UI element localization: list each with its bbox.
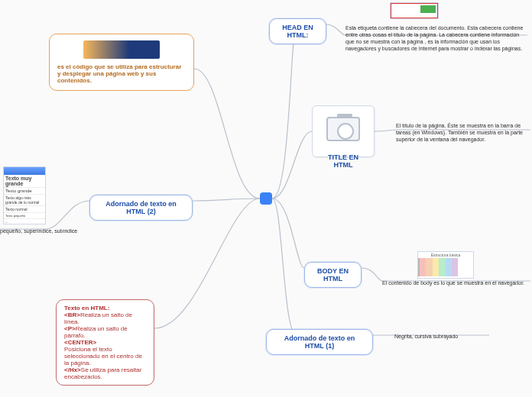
definition-text: es el código que se utiliza para estruct… (57, 63, 186, 84)
code-thumbnail (83, 40, 160, 59)
detail-adorn1: Negrita, cursiva subrayado (394, 333, 492, 340)
tag-hx-key: </Hx> (64, 366, 81, 373)
thumb-browser-text-sizes: Texto muy grande Texto grande Texto algo… (3, 166, 46, 224)
node-title[interactable]: TITLE EN HTML (312, 105, 375, 157)
definition-box[interactable]: es el código que se utiliza para estruct… (49, 34, 194, 91)
thumb-head-preview (390, 2, 439, 19)
detail-head: Esta etiqueta contiene la cabecera del d… (345, 24, 529, 52)
tag-center-text: Posiciona el texto seleccionado en el ce… (64, 346, 142, 366)
node-body[interactable]: BODY EN HTML (304, 262, 362, 288)
node-adornado-1[interactable]: Adornado de texto en HTML (1) (266, 329, 373, 355)
node-title-label: TITLE EN HTML (320, 153, 366, 169)
camera-icon (326, 117, 360, 141)
tag-center-key: <CENTER> (64, 339, 96, 346)
node-adornado-2[interactable]: Adornado de texto en HTML (2) (89, 195, 193, 221)
detail-adorn2: pequeño, superíndice, subíndice (0, 228, 84, 234)
node-head[interactable]: HEAD EN HTML: (269, 18, 326, 44)
html-tags-box[interactable]: Texto en HTML: <BR>Realiza un salto de l… (56, 299, 154, 386)
tag-p-key: <P> (64, 325, 76, 332)
detail-title: El título de la página. Éste se muestra … (396, 122, 530, 143)
root-node[interactable] (260, 192, 272, 205)
thumb-body-structure: Estructura básica (417, 251, 474, 279)
detail-body: El contenido de body es lo que se muestr… (382, 279, 532, 286)
